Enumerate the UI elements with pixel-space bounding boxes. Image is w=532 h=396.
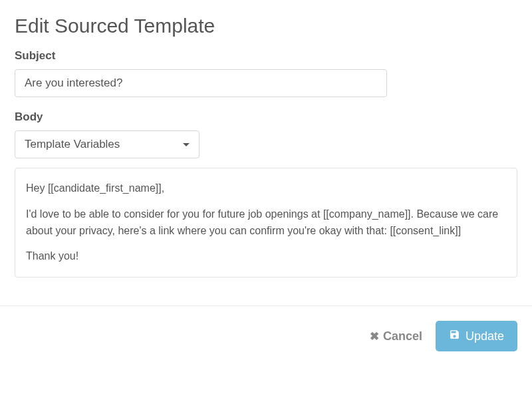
cancel-button-label: Cancel [383, 329, 422, 343]
dropdown-selected-label: Template Variables [25, 138, 120, 151]
cancel-button[interactable]: ✖ Cancel [366, 324, 426, 349]
body-editor[interactable]: Hey [[candidate_first_name]], I'd love t… [15, 168, 517, 278]
subject-section: Subject [15, 49, 517, 97]
subject-input[interactable] [15, 69, 387, 97]
body-greeting: Hey [[candidate_first_name]], [26, 180, 506, 197]
footer-actions: ✖ Cancel Update [0, 305, 532, 366]
template-variables-dropdown[interactable]: Template Variables [15, 130, 200, 158]
body-section: Body Template Variables Hey [[candidate_… [15, 110, 517, 278]
body-label: Body [15, 110, 517, 124]
save-icon [449, 329, 460, 343]
update-button[interactable]: Update [436, 321, 517, 351]
caret-down-icon [183, 143, 190, 146]
update-button-label: Update [466, 329, 504, 343]
subject-label: Subject [15, 49, 517, 63]
body-closing: Thank you! [26, 248, 506, 265]
close-icon: ✖ [370, 329, 379, 343]
page-title: Edit Sourced Template [15, 15, 517, 37]
body-paragraph: I'd love to be able to consider for you … [26, 206, 506, 240]
